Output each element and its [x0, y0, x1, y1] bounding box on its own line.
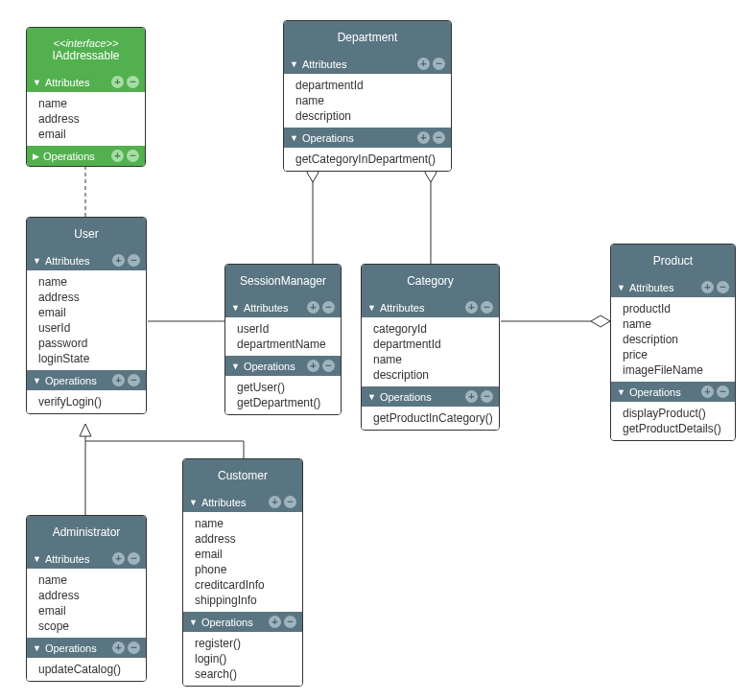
- collapse-icon[interactable]: ▼: [290, 59, 298, 69]
- operations-header[interactable]: ▼Operations +−: [611, 382, 735, 402]
- attr-item[interactable]: creditcardInfo: [183, 577, 302, 593]
- add-icon[interactable]: +: [701, 281, 714, 293]
- add-icon[interactable]: +: [417, 58, 430, 70]
- op-item[interactable]: login(): [183, 651, 302, 666]
- op-item[interactable]: displayProduct(): [611, 406, 735, 421]
- attributes-header[interactable]: ▼Attributes +−: [183, 492, 302, 512]
- collapse-icon[interactable]: ▼: [33, 643, 41, 653]
- add-icon[interactable]: +: [417, 131, 430, 144]
- attr-item[interactable]: categoryId: [362, 321, 499, 337]
- attr-item[interactable]: description: [362, 367, 499, 383]
- collapse-icon[interactable]: ▼: [33, 78, 41, 87]
- class-department[interactable]: Department ▼Attributes +− departmentId n…: [283, 20, 452, 172]
- remove-icon[interactable]: −: [322, 301, 335, 314]
- attributes-header[interactable]: ▼Attributes +−: [284, 54, 451, 74]
- attr-item[interactable]: departmentId: [362, 337, 499, 352]
- op-item[interactable]: getCategoryInDepartment(): [284, 152, 451, 167]
- operations-header[interactable]: ▼Operations +−: [225, 356, 341, 376]
- add-icon[interactable]: +: [269, 616, 281, 628]
- collapse-icon[interactable]: ▼: [231, 362, 240, 371]
- attr-item[interactable]: name: [611, 316, 735, 332]
- remove-icon[interactable]: −: [127, 150, 139, 162]
- attr-item[interactable]: loginState: [27, 351, 146, 366]
- attr-item[interactable]: name: [284, 93, 451, 108]
- attr-item[interactable]: address: [183, 531, 302, 547]
- collapse-icon[interactable]: ▼: [367, 303, 376, 313]
- attr-item[interactable]: email: [27, 305, 146, 320]
- attr-item[interactable]: name: [183, 516, 302, 531]
- attributes-header[interactable]: ▼Attributes +−: [27, 72, 145, 92]
- collapse-icon[interactable]: ▼: [33, 376, 41, 385]
- class-category[interactable]: Category ▼Attributes +− categoryId depar…: [361, 264, 500, 431]
- remove-icon[interactable]: −: [128, 642, 140, 654]
- remove-icon[interactable]: −: [717, 385, 729, 398]
- attr-item[interactable]: departmentName: [225, 337, 341, 352]
- class-product[interactable]: Product ▼Attributes +− productId name de…: [610, 244, 736, 441]
- attr-item[interactable]: description: [284, 108, 451, 124]
- add-icon[interactable]: +: [112, 552, 125, 565]
- attr-item[interactable]: address: [27, 588, 146, 603]
- operations-header[interactable]: ▼Operations +−: [183, 612, 302, 632]
- attr-item[interactable]: description: [611, 332, 735, 347]
- remove-icon[interactable]: −: [127, 76, 139, 88]
- remove-icon[interactable]: −: [128, 374, 140, 386]
- add-icon[interactable]: +: [111, 76, 124, 88]
- add-icon[interactable]: +: [111, 150, 124, 162]
- collapse-icon[interactable]: ▼: [290, 133, 298, 143]
- class-customer[interactable]: Customer ▼Attributes +− name address ema…: [182, 458, 303, 687]
- remove-icon[interactable]: −: [481, 301, 493, 314]
- op-item[interactable]: search(): [183, 666, 302, 682]
- operations-header[interactable]: ▶Operations +−: [27, 146, 145, 166]
- op-item[interactable]: getProductInCategory(): [362, 410, 499, 426]
- add-icon[interactable]: +: [112, 642, 125, 654]
- op-item[interactable]: updateCatalog(): [27, 662, 146, 677]
- attr-item[interactable]: imageFileName: [611, 362, 735, 378]
- class-user[interactable]: User ▼Attributes +− name address email u…: [26, 217, 147, 414]
- attributes-header[interactable]: ▼Attributes +−: [225, 297, 341, 317]
- attr-item[interactable]: name: [362, 352, 499, 367]
- collapse-icon[interactable]: ▼: [617, 283, 625, 292]
- remove-icon[interactable]: −: [433, 58, 445, 70]
- attr-item[interactable]: name: [27, 96, 145, 111]
- attr-item[interactable]: phone: [183, 562, 302, 577]
- add-icon[interactable]: +: [701, 385, 714, 398]
- remove-icon[interactable]: −: [284, 616, 296, 628]
- operations-header[interactable]: ▼Operations +−: [362, 386, 499, 407]
- remove-icon[interactable]: −: [717, 281, 729, 293]
- add-icon[interactable]: +: [465, 390, 478, 403]
- attributes-header[interactable]: ▼Attributes +−: [27, 548, 146, 569]
- operations-header[interactable]: ▼Operations +−: [27, 638, 146, 658]
- op-item[interactable]: getProductDetails(): [611, 421, 735, 436]
- collapse-icon[interactable]: ▼: [189, 618, 198, 627]
- expand-icon[interactable]: ▶: [33, 152, 39, 161]
- attr-item[interactable]: email: [183, 547, 302, 562]
- collapse-icon[interactable]: ▼: [367, 392, 376, 402]
- class-sessionmanager[interactable]: SessionManager ▼Attributes +− userId dep…: [224, 264, 342, 415]
- collapse-icon[interactable]: ▼: [189, 498, 198, 507]
- operations-header[interactable]: ▼Operations +−: [27, 370, 146, 390]
- remove-icon[interactable]: −: [322, 360, 335, 372]
- collapse-icon[interactable]: ▼: [33, 256, 41, 266]
- add-icon[interactable]: +: [307, 360, 319, 372]
- collapse-icon[interactable]: ▼: [33, 554, 41, 564]
- class-administrator[interactable]: Administrator ▼Attributes +− name addres…: [26, 515, 147, 682]
- class-iaddressable[interactable]: <<interface>> IAddressable ▼Attributes +…: [26, 27, 146, 167]
- collapse-icon[interactable]: ▼: [231, 303, 240, 313]
- op-item[interactable]: getUser(): [225, 380, 341, 395]
- add-icon[interactable]: +: [269, 496, 281, 508]
- op-item[interactable]: verifyLogin(): [27, 394, 146, 409]
- attr-item[interactable]: departmentId: [284, 78, 451, 93]
- op-item[interactable]: register(): [183, 636, 302, 651]
- op-item[interactable]: getDepartment(): [225, 395, 341, 410]
- attr-item[interactable]: name: [27, 274, 146, 290]
- attributes-header[interactable]: ▼Attributes +−: [362, 297, 499, 317]
- operations-header[interactable]: ▼Operations +−: [284, 128, 451, 148]
- attr-item[interactable]: address: [27, 290, 146, 305]
- remove-icon[interactable]: −: [284, 496, 296, 508]
- collapse-icon[interactable]: ▼: [617, 387, 625, 397]
- attributes-header[interactable]: ▼Attributes +−: [27, 250, 146, 270]
- add-icon[interactable]: +: [112, 374, 125, 386]
- attr-item[interactable]: userId: [225, 321, 341, 337]
- attr-item[interactable]: shippingInfo: [183, 593, 302, 608]
- attr-item[interactable]: password: [27, 336, 146, 351]
